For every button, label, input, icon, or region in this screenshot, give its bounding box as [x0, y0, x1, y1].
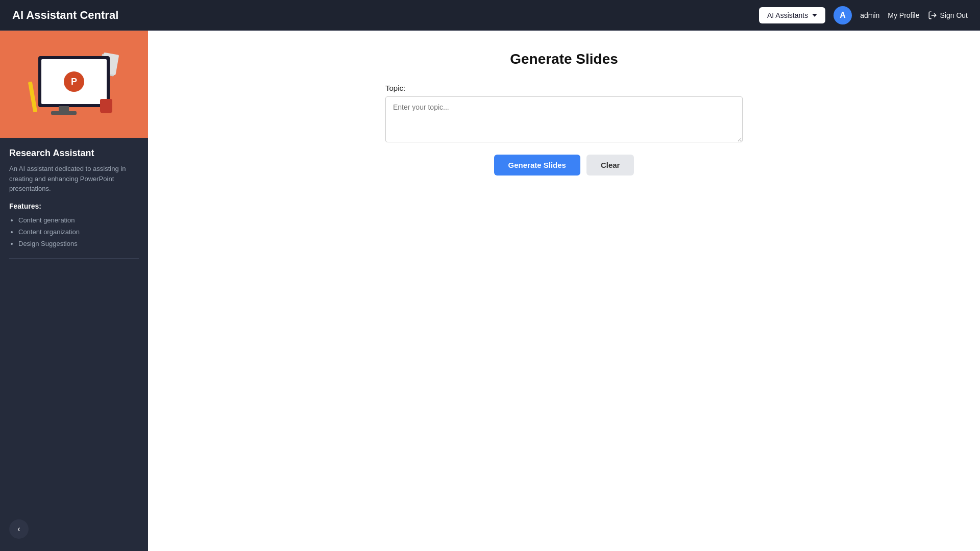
ai-assistants-button[interactable]: AI Assistants: [759, 7, 825, 23]
collapse-icon: ‹: [17, 524, 20, 534]
my-profile-link[interactable]: My Profile: [888, 11, 919, 19]
topic-label: Topic:: [385, 84, 743, 92]
ai-assistants-label: AI Assistants: [767, 11, 808, 19]
main-content: Generate Slides Topic: Generate Slides C…: [148, 31, 980, 551]
page-title: Generate Slides: [510, 51, 618, 67]
generate-slides-button[interactable]: Generate Slides: [494, 155, 580, 176]
sidebar-features-label: Features:: [9, 202, 139, 210]
coffee-cup: [100, 99, 112, 113]
feature-item-2: Content organization: [18, 226, 139, 238]
avatar: A: [834, 6, 852, 24]
sign-out-button[interactable]: Sign Out: [928, 11, 968, 20]
clear-button[interactable]: Clear: [586, 155, 634, 176]
sidebar: P Research Assistant An AI assistant ded…: [0, 31, 148, 551]
app-title: AI Assistant Central: [12, 9, 118, 22]
sidebar-content: Research Assistant An AI assistant dedic…: [0, 138, 148, 551]
ppt-illustration: P: [28, 46, 120, 122]
header-right: AI Assistants A admin My Profile Sign Ou…: [759, 6, 968, 24]
sign-out-label: Sign Out: [940, 11, 968, 19]
sign-out-icon: [928, 11, 937, 20]
header: AI Assistant Central AI Assistants A adm…: [0, 0, 980, 31]
form-area: Topic: Generate Slides Clear: [385, 84, 743, 176]
monitor-base: [51, 111, 77, 115]
chevron-down-icon: [812, 14, 817, 17]
sidebar-image: P: [0, 31, 148, 138]
body-area: P Research Assistant An AI assistant ded…: [0, 31, 980, 551]
sidebar-description: An AI assistant dedicated to assisting i…: [9, 164, 139, 194]
sidebar-collapse-button[interactable]: ‹: [9, 519, 29, 539]
ppt-logo: P: [64, 71, 84, 92]
sidebar-divider: [9, 258, 139, 259]
feature-item-3: Design Suggestions: [18, 238, 139, 249]
admin-label: admin: [860, 11, 879, 19]
monitor-body: P: [38, 56, 110, 107]
monitor-stand: [59, 106, 69, 111]
topic-textarea[interactable]: [385, 96, 743, 142]
monitor-screen: P: [41, 59, 107, 104]
features-list: Content generation Content organization …: [9, 214, 139, 250]
pencil-icon: [28, 82, 37, 112]
sidebar-assistant-title: Research Assistant: [9, 148, 139, 159]
buttons-row: Generate Slides Clear: [385, 155, 743, 176]
feature-item-1: Content generation: [18, 214, 139, 226]
